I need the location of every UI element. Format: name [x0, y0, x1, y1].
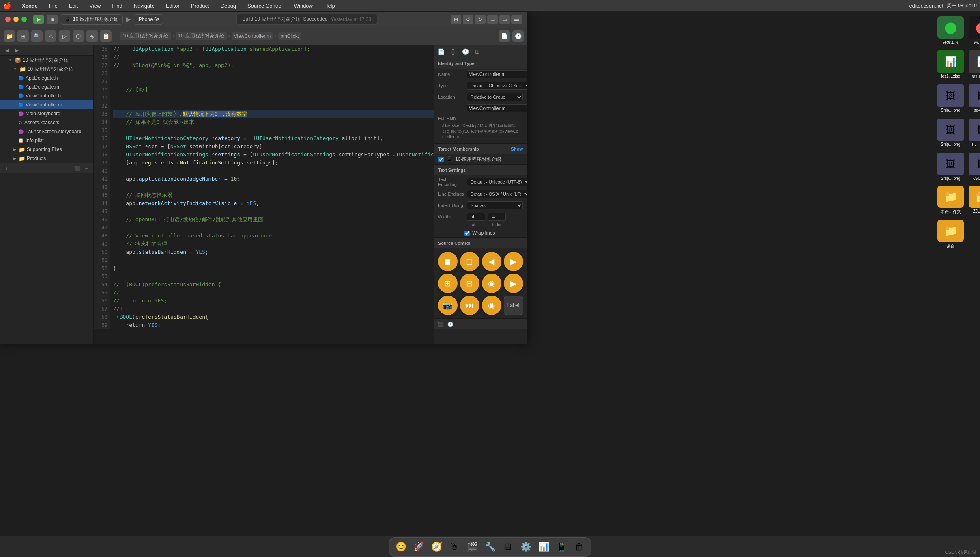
- nav-add-btn[interactable]: +: [3, 165, 11, 172]
- nav-tb-breakpoints[interactable]: ◈: [86, 30, 98, 42]
- nav-item-appdelegatem[interactable]: 🔵 AppDelegate.m: [0, 82, 93, 91]
- nav-item-appdelegateh[interactable]: 🔵 AppDelegate.h: [0, 73, 93, 82]
- maximize-button[interactable]: [21, 17, 27, 22]
- filename-input[interactable]: [467, 104, 527, 112]
- insp-grid-icon[interactable]: ⊞: [474, 48, 481, 55]
- location-select[interactable]: Relative to Group: [467, 93, 523, 101]
- breadcrumb-item-1[interactable]: 10-应用程序对象介绍: [120, 32, 171, 40]
- dock-quicktime[interactable]: 🎬: [464, 539, 480, 555]
- target-checkbox[interactable]: [438, 157, 444, 162]
- toolbar-btn-2[interactable]: ↺: [463, 15, 473, 24]
- close-button[interactable]: [5, 17, 11, 22]
- desktop-icon-snip4[interactable]: 🖼 Snip....png: [936, 151, 965, 182]
- insp-clock-icon[interactable]: 🕐: [462, 48, 469, 55]
- run-button[interactable]: ▶: [33, 15, 44, 24]
- insp-code-icon[interactable]: {}: [449, 48, 457, 55]
- nav-item-infoplist[interactable]: 📋 Info.plist: [0, 136, 93, 145]
- desktop-icon-snip3[interactable]: 🖼 Snip....png: [936, 117, 965, 149]
- name-input[interactable]: [467, 70, 527, 78]
- menu-editor[interactable]: Editor: [163, 2, 182, 10]
- desktop-icon-chapter[interactable]: 📄 第13…业连: [967, 49, 980, 81]
- menu-xcode[interactable]: Xcode: [19, 2, 40, 10]
- nav-tb-debug[interactable]: ⬡: [73, 30, 84, 42]
- sc-btn-6[interactable]: ⊟: [460, 274, 479, 293]
- desktop-icon-opt[interactable]: 🖼 07-…(优化: [967, 117, 980, 149]
- history-btn[interactable]: 🕐: [512, 30, 524, 42]
- encoding-select[interactable]: Default - Unicode (UTF-8): [467, 178, 527, 186]
- toolbar-btn-6[interactable]: ▬: [511, 15, 522, 24]
- desktop-icon-xlsx[interactable]: 📊 ios1....xlsx: [936, 49, 965, 81]
- breadcrumb-item-4[interactable]: btnClick:: [278, 32, 301, 40]
- sc-btn-10[interactable]: ⏭: [460, 296, 479, 315]
- menu-debug[interactable]: Debug: [218, 2, 239, 10]
- nav-item-products[interactable]: ▶ 📁 Products: [0, 154, 93, 163]
- dock-safari[interactable]: 🧭: [429, 539, 444, 555]
- menu-source-control[interactable]: Source Control: [245, 2, 285, 10]
- type-select[interactable]: Default - Objective-C So...: [467, 82, 527, 90]
- indent-width-input[interactable]: [488, 213, 506, 221]
- sc-btn-1[interactable]: ◼: [438, 252, 458, 271]
- scheme-selector[interactable]: 📱 10-应用程序对象介绍: [61, 14, 122, 25]
- nav-prev[interactable]: ◀: [3, 47, 11, 54]
- indent-using-select[interactable]: Spaces: [467, 201, 523, 209]
- apple-menu[interactable]: 🍎: [3, 2, 11, 10]
- stop-button[interactable]: ■: [47, 15, 58, 24]
- menu-help[interactable]: Help: [322, 2, 337, 10]
- desktop-icon-video[interactable]: ⬤ 未…视频: [967, 15, 980, 47]
- nav-tb-search[interactable]: 🔍: [31, 30, 43, 42]
- desktop-icon-devtools[interactable]: ⬤ 开发工具: [936, 15, 965, 47]
- sc-btn-8[interactable]: ▶: [504, 274, 523, 293]
- nav-tb-warning[interactable]: ⚠: [45, 30, 56, 42]
- toolbar-btn-4[interactable]: ▭: [487, 15, 498, 24]
- dock-iphone[interactable]: 📱: [554, 539, 569, 555]
- nav-tb-git[interactable]: ⊞: [17, 30, 29, 42]
- nav-item-supporting[interactable]: ▶ 📁 Supporting Files: [0, 145, 93, 154]
- nav-expand-btn[interactable]: ↔: [83, 165, 91, 172]
- insp-bottom-1[interactable]: ⬛: [436, 321, 445, 328]
- nav-tb-report[interactable]: 📋: [100, 30, 112, 42]
- sc-btn-2[interactable]: ◻: [460, 252, 479, 271]
- breadcrumb-item-3[interactable]: ViewController.m: [232, 32, 273, 40]
- dock-trash[interactable]: 🗑: [572, 539, 587, 555]
- line-endings-select[interactable]: Default - OS X / Unix (LF): [467, 190, 527, 198]
- dock-mouse[interactable]: 🖱: [447, 539, 462, 555]
- menu-navigate[interactable]: Navigate: [131, 2, 157, 10]
- nav-item-viewcontrollerh[interactable]: 🔵 ViewController.h: [0, 91, 93, 100]
- menu-find[interactable]: Find: [110, 2, 125, 10]
- sc-label-btn[interactable]: Label: [504, 296, 523, 315]
- menu-edit[interactable]: Edit: [67, 2, 80, 10]
- minimize-button[interactable]: [13, 17, 19, 22]
- desktop-icon-ksi[interactable]: 🖼 KSI...aster: [967, 151, 980, 182]
- sc-btn-9[interactable]: 📷: [438, 296, 458, 315]
- desktop-icon-folder2[interactable]: 📁 ZJL...etail: [967, 184, 980, 216]
- desktop-icon-folder1[interactable]: 📁 未命…件夹: [936, 184, 965, 216]
- dock-settings[interactable]: ⚙️: [518, 539, 533, 555]
- toolbar-btn-5[interactable]: ▭: [499, 15, 510, 24]
- dock-terminal[interactable]: 🖥: [500, 539, 516, 555]
- sc-btn-5[interactable]: ⊞: [438, 274, 458, 293]
- nav-project-root[interactable]: ▼ 📦 10-应用程序对象介绍: [0, 56, 93, 65]
- sc-btn-11[interactable]: ◉: [482, 296, 501, 315]
- desktop-icon-snip1[interactable]: 🖼 Snip....png: [936, 83, 965, 115]
- menu-window[interactable]: Window: [292, 2, 315, 10]
- insp-file-icon[interactable]: 📄: [437, 48, 445, 55]
- sc-btn-7[interactable]: ◉: [482, 274, 501, 293]
- new-file-btn[interactable]: 📄: [499, 30, 510, 42]
- toolbar-btn-1[interactable]: ⊞: [451, 15, 461, 24]
- nav-filter-btn[interactable]: ⬛: [73, 165, 81, 172]
- show-btn[interactable]: Show: [511, 147, 523, 151]
- sc-btn-4[interactable]: ▶: [504, 252, 523, 271]
- desktop-icon-desktop[interactable]: 📁 桌面: [936, 218, 965, 250]
- sc-btn-3[interactable]: ◀: [482, 252, 501, 271]
- dock-build[interactable]: 🔧: [482, 539, 498, 555]
- menu-product[interactable]: Product: [189, 2, 212, 10]
- wrap-lines-checkbox[interactable]: [464, 231, 470, 236]
- tab-width-input[interactable]: [467, 213, 485, 221]
- nav-next[interactable]: ▶: [13, 47, 21, 54]
- menu-view[interactable]: View: [87, 2, 103, 10]
- nav-tb-test[interactable]: ▷: [59, 30, 70, 42]
- insp-bottom-2[interactable]: 🕐: [446, 321, 454, 328]
- dock-activity[interactable]: 📊: [536, 539, 551, 555]
- nav-item-mainstoryboard[interactable]: 🟣 Main.storyboard: [0, 109, 93, 118]
- toolbar-btn-3[interactable]: ↻: [475, 15, 486, 24]
